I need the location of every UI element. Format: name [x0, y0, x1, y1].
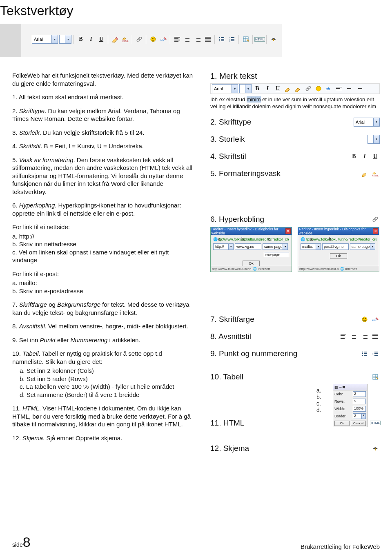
dialog-titlebar: Reditor - Insert hyperlink - Dialogboks … [211, 227, 292, 235]
row-tabell: 10. Tabell [210, 372, 380, 381]
footer: side8 Brukarrettleiing for FolkeWeb [12, 534, 380, 550]
align-center-demo[interactable] [350, 332, 359, 341]
html-demo[interactable]: HTML [371, 419, 380, 428]
page-title: Tekstverktøy [0, 3, 74, 18]
separator [170, 35, 171, 44]
bg-color-button[interactable]: ab [159, 35, 168, 44]
underline-demo[interactable]: U [371, 152, 380, 161]
number-list-demo[interactable]: 123 [371, 349, 380, 358]
close-icon[interactable]: ✕ [285, 228, 291, 234]
form-demo[interactable] [371, 444, 380, 453]
width-input[interactable]: 100% [353, 406, 366, 412]
eraser-html-button[interactable] [294, 84, 303, 93]
chevron-down-icon: ▾ [373, 135, 379, 143]
p10-term: Tabell [22, 350, 38, 357]
eraser-html-button[interactable]: HTML [121, 35, 130, 44]
bold-button[interactable]: B [253, 84, 262, 93]
skjema-label: 12. Skjema [210, 444, 249, 453]
align-center-button[interactable] [345, 84, 354, 93]
font-select-demo[interactable]: Arial▾ [354, 118, 380, 127]
overlay-a: a. [310, 236, 313, 241]
italic-button[interactable]: I [87, 35, 96, 44]
size-select[interactable]: ▾ [59, 35, 71, 44]
svg-point-30 [363, 318, 364, 319]
table-ok-button[interactable]: Ok [334, 421, 350, 426]
eraser-format-button[interactable] [283, 84, 292, 93]
font-select[interactable]: Arial▾ [212, 84, 238, 93]
dialog-addr: tp://www.folkwebkultur.no/reditor/redito… [219, 237, 289, 241]
html-label-row: 11. HTML [210, 419, 244, 428]
italic-button[interactable]: I [263, 84, 272, 93]
mini-toolbar: Arial▾ ▾ B I U ab [210, 83, 380, 94]
point-10: 10. Tabell. Tabell er nyttig og praktisk… [12, 350, 194, 366]
html-button[interactable]: HTML [255, 35, 264, 44]
avsnittstil-label: 8. Avsnittstil [210, 332, 251, 341]
text-color-button[interactable] [314, 84, 323, 93]
ok-button[interactable]: Ok [243, 261, 260, 266]
separator [214, 35, 215, 44]
align-left-button[interactable] [173, 35, 182, 44]
ok-button[interactable]: Ok [330, 253, 347, 259]
protocol-select[interactable]: mailto:▾ [301, 243, 321, 250]
align-right-button[interactable] [193, 35, 202, 44]
number-list-button[interactable]: 123 [227, 35, 236, 44]
table-cancel-button[interactable]: Cancel [351, 421, 366, 426]
row-avsnittstil: 8. Avsnittstil [210, 332, 380, 341]
svg-text:ab: ab [326, 87, 330, 91]
svg-point-35 [362, 353, 363, 354]
hyperlink-demo[interactable] [371, 215, 380, 224]
bullet-list-demo[interactable] [360, 349, 369, 358]
svg-point-1 [138, 37, 142, 40]
text-color-demo[interactable] [360, 315, 369, 324]
underline-button[interactable]: U [97, 35, 106, 44]
linkweb-b: b. Skriv inn nettadresse [12, 240, 194, 248]
svg-rect-17 [231, 40, 234, 41]
row-hyperkobling: 6. Hyperkobling [210, 215, 380, 224]
align-left-button[interactable] [334, 84, 343, 93]
svg-rect-42 [374, 353, 378, 354]
border-select[interactable]: 2▾ [353, 413, 366, 419]
table-button[interactable] [241, 35, 250, 44]
target-select[interactable]: same page▾ [350, 243, 375, 250]
align-right-demo[interactable] [360, 332, 369, 341]
bullet-list-button[interactable] [217, 35, 226, 44]
storleik-label: 3. Storleik [210, 135, 245, 144]
hyperlink-button[interactable] [135, 35, 144, 44]
row-skriftstil: 4. Skriftstil B I U [210, 152, 380, 161]
svg-point-29 [362, 317, 367, 322]
target-select[interactable]: same page▾ [263, 243, 288, 250]
url-input[interactable]: www.vg.no [235, 243, 261, 250]
table-demo[interactable] [371, 372, 380, 381]
rows-input[interactable]: 5 [353, 399, 366, 404]
eraser-html-demo[interactable]: HTML [371, 169, 380, 178]
align-center-button[interactable] [183, 35, 192, 44]
close-icon[interactable]: ✕ [373, 228, 378, 234]
eraser-format-button[interactable] [111, 35, 120, 44]
form-button[interactable] [269, 35, 278, 44]
align-justify-button[interactable] [203, 35, 212, 44]
eraser-format-demo[interactable] [360, 169, 369, 178]
target-new-option[interactable]: new page [264, 252, 289, 257]
italic-demo[interactable]: I [360, 152, 369, 161]
p10-d: d. Set rammene (Border) til å vere 1 bre… [20, 391, 194, 399]
bg-color-button[interactable]: ab [324, 84, 333, 93]
underline-button[interactable]: U [273, 84, 282, 93]
protocol-select[interactable]: http://▾ [213, 243, 234, 250]
font-select[interactable]: Arial▾ [32, 35, 58, 44]
align-right-button[interactable] [355, 84, 364, 93]
align-left-demo[interactable] [339, 332, 348, 341]
side-label: side [12, 542, 23, 548]
size-select-demo[interactable]: ▾ [368, 135, 380, 144]
size-select[interactable]: ▾ [239, 84, 252, 93]
url-input[interactable]: post@vg.no [322, 243, 349, 250]
align-justify-demo[interactable] [371, 332, 380, 341]
bold-button[interactable]: B [76, 35, 85, 44]
p3-text: . Du kan velgje skriftstorleik frå 5 til… [40, 129, 145, 136]
point-5: 5. Vask av formatering. Den første vaske… [12, 156, 194, 196]
hyperlink-button[interactable] [304, 84, 313, 93]
bold-demo[interactable]: B [350, 152, 359, 161]
text-color-button[interactable] [149, 35, 158, 44]
right-column: 1. Merk tekst Arial▾ ▾ B I U ab Ibh ex e… [210, 71, 380, 461]
cols-input[interactable]: 2 [353, 391, 366, 397]
bg-color-demo[interactable]: ab [371, 315, 380, 324]
